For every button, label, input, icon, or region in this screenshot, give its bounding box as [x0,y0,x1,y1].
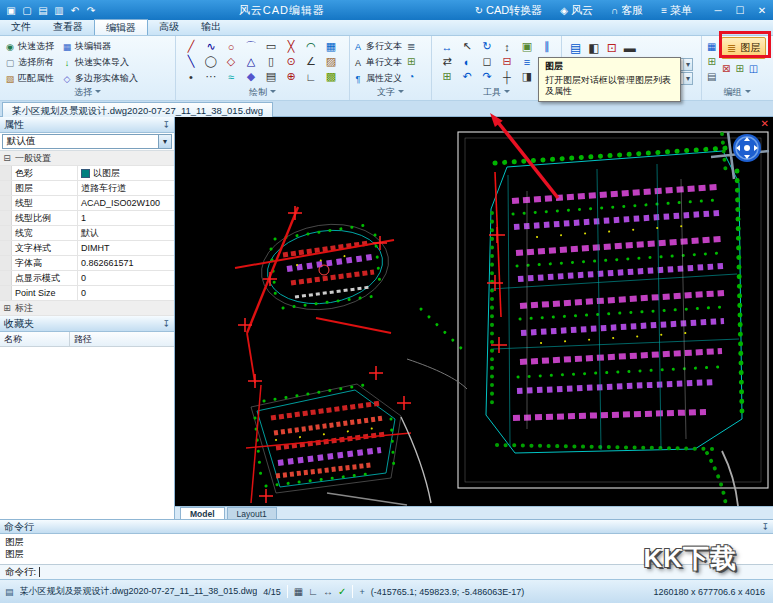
property-value[interactable]: DIMHT [78,241,174,255]
point-icon[interactable]: • [181,69,201,84]
match-icon[interactable]: ≡ [517,54,537,69]
multipoint-icon[interactable]: ⋯ [201,69,221,84]
arc-icon[interactable]: ⌒ [241,39,261,54]
text-style-icon[interactable]: ◔ [407,70,415,83]
property-row-layer[interactable]: 图层 道路车行道 [0,181,174,196]
open-file-icon[interactable]: ▤ [36,5,50,16]
polygon-entity-input-button[interactable]: ◇ 多边形实体输入 [59,71,141,86]
command-history[interactable]: 图层 图层 [0,534,773,564]
boundary-icon[interactable]: ⊕ [281,69,301,84]
wave-icon[interactable]: ≈ [221,69,241,84]
app-icon[interactable]: ▣ [4,5,18,16]
pin-icon[interactable]: ↧ [162,120,170,130]
hatch-icon[interactable]: ▦ [321,39,341,54]
mirror-icon[interactable]: ⇄ [437,54,457,69]
command-input[interactable]: 命令行: [0,564,773,579]
tab-advanced[interactable]: 高级 [148,19,190,35]
region-icon[interactable]: ▯ [261,54,281,69]
angle-icon[interactable]: ∠ [301,54,321,69]
group-create-icon[interactable]: ▦ [707,40,716,53]
property-value[interactable]: 道路车行道 [78,181,174,195]
tab-layout1[interactable]: Layout1 [227,507,277,519]
group-manager-icon[interactable]: ▤ [707,70,716,83]
property-preset-select[interactable]: 默认值 ▾ [2,134,172,149]
layer-list-icon[interactable]: ▤ [570,41,581,55]
group-label-group[interactable]: 编组 [702,86,772,99]
pan-navigation-widget[interactable] [732,133,762,163]
property-row-color[interactable]: 色彩 以图层 [0,166,174,181]
document-tab[interactable]: 某小区规划及景观设计.dwg2020-07-27_11_11_38_015.dw… [2,102,273,117]
revcloud-icon[interactable]: ◠ [301,39,321,54]
save-icon[interactable]: ▥ [52,5,66,16]
scale-icon[interactable]: ◻ [477,54,497,69]
tab-editor[interactable]: 编辑器 [94,19,148,35]
property-row-lineweight[interactable]: 线宽 默认 [0,226,174,241]
property-value[interactable]: 以图层 [78,166,174,180]
move-icon[interactable]: ↖ [457,39,477,54]
grid-toggle-icon[interactable]: ▦ [294,586,303,597]
property-row-linetype-scale[interactable]: 线型比例 1 [0,211,174,226]
single-text-button[interactable]: A 单行文本 [350,55,405,70]
chamfer-icon[interactable]: ◨ [517,69,537,84]
property-row-point-size[interactable]: Point Size 0 [0,286,174,301]
new-file-icon[interactable]: ▢ [20,5,34,16]
select-all-button[interactable]: ▢ 选择所有 [2,55,57,70]
circle-icon[interactable]: ○ [221,39,241,54]
match-properties-button[interactable]: ▧ 匹配属性 [2,71,57,86]
text-align-icon[interactable]: ≣ [407,40,415,53]
property-row-point-display-mode[interactable]: 点显示模式 0 [0,271,174,286]
section-general-settings[interactable]: ⊟ 一般设置 [0,151,174,166]
property-value[interactable]: 0 [78,271,174,285]
close-view-icon[interactable]: ✕ [761,118,769,129]
line-icon[interactable]: ╱ [181,39,201,54]
expand-icon[interactable]: ⊞ [2,303,12,313]
osnap-toggle-icon[interactable]: ✓ [338,586,346,597]
property-row-linetype[interactable]: 线型 ACAD_ISO02W100 [0,196,174,211]
donut-icon[interactable]: ◯ [201,54,221,69]
cad-drawing-canvas[interactable]: ✕ [175,117,773,506]
area-icon[interactable]: ▣ [517,39,537,54]
ortho-toggle-icon[interactable]: ∟ [308,586,318,597]
ungroup-icon[interactable]: ⊠ [722,63,730,74]
spline-icon[interactable]: ∿ [201,39,221,54]
property-row-text-height[interactable]: 字体高 0.862661571 [0,256,174,271]
array-icon[interactable]: ⊞ [437,69,457,84]
shade-icon[interactable]: ◐ [457,54,477,69]
tab-model[interactable]: Model [180,507,225,519]
undo-icon[interactable]: ↶ [68,5,82,16]
quick-entity-import-button[interactable]: ↓ 快速实体导入 [59,55,141,70]
text-table-icon[interactable]: ⊞ [407,55,415,68]
linetype-control-icon[interactable]: ▬ [624,41,636,55]
brand-button[interactable]: ◈ 风云 [551,0,602,20]
property-value[interactable]: 默认 [78,226,174,240]
minimize-button[interactable]: ─ [707,0,729,20]
wipeout-icon[interactable]: ▩ [321,69,341,84]
menu-button[interactable]: ≡ 菜单 [652,0,701,20]
trim-icon[interactable]: ⊟ [497,54,517,69]
tab-viewer[interactable]: 查看器 [42,19,94,35]
point-style-icon[interactable]: ⊙ [281,54,301,69]
section-dimension[interactable]: ⊞ 标注 [0,301,174,316]
layer-button[interactable]: ≣ 图层 [721,37,766,59]
layer-state-icon[interactable]: ◧ [588,41,599,55]
group-select-icon[interactable]: ◫ [749,63,758,74]
tab-output[interactable]: 输出 [190,19,232,35]
pin-icon[interactable]: ↧ [761,522,769,532]
collapse-icon[interactable]: ⊟ [2,153,12,163]
snap-toggle-icon[interactable]: ↔ [323,586,333,597]
group-add-icon[interactable]: ⊞ [707,55,716,68]
perpendicular-icon[interactable]: ∟ [301,69,321,84]
rectangle-icon[interactable]: ▭ [261,39,281,54]
pin-icon[interactable]: ↧ [162,319,170,329]
property-value[interactable]: 1 [78,211,174,225]
triangle-icon[interactable]: △ [241,54,261,69]
mtext-button[interactable]: A 多行文本 [350,39,405,54]
group-label-draw[interactable]: 绘制 [176,86,349,99]
undo-tool-icon[interactable]: ↶ [457,69,477,84]
color-control-icon[interactable]: ⊡ [607,41,617,55]
tab-file[interactable]: 文件 [0,19,42,35]
break-icon[interactable]: ┼ [497,69,517,84]
favorites-list[interactable] [0,347,174,519]
property-value[interactable]: ACAD_ISO02W100 [78,196,174,210]
stretch-icon[interactable]: ↕ [497,39,517,54]
